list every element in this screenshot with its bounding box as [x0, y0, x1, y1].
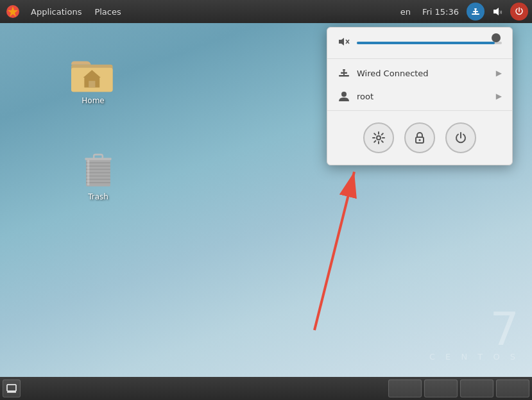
workspace-btn-4[interactable] [496, 379, 529, 397]
svg-rect-11 [89, 81, 95, 87]
svg-rect-13 [86, 162, 110, 163]
user-arrow: ▶ [496, 92, 502, 101]
volume-slider[interactable] [357, 41, 502, 45]
volume-track [357, 42, 502, 44]
volume-fill [357, 42, 495, 44]
svg-text:)): )) [499, 10, 502, 14]
tray-popup: Wired Connected ▶ root ▶ [327, 27, 513, 165]
svg-rect-15 [86, 169, 110, 170]
network-icon-btn[interactable] [467, 3, 485, 21]
network-label: Wired Connected [357, 69, 490, 78]
popup-divider-2 [327, 110, 512, 111]
network-arrow: ▶ [496, 69, 502, 78]
volume-thumb[interactable] [492, 33, 501, 42]
workspace-btn-2[interactable] [424, 379, 458, 397]
svg-rect-22 [87, 160, 89, 185]
svg-point-31 [377, 136, 381, 140]
panel-left: Applications Places [0, 0, 397, 23]
workspace-btn-3[interactable] [460, 379, 493, 397]
places-menu[interactable]: Places [88, 0, 127, 23]
home-icon-label: Home [82, 96, 104, 105]
trash-icon-wrapper[interactable]: Trash [69, 147, 127, 205]
show-desktop-button[interactable] [3, 379, 21, 397]
svg-rect-16 [86, 172, 110, 174]
lock-button[interactable] [404, 122, 435, 153]
settings-button[interactable] [363, 122, 394, 153]
clock[interactable]: Fri 15:36 [418, 0, 463, 23]
volume-row [327, 28, 512, 56]
svg-rect-5 [475, 10, 476, 15]
centos-watermark: 7 C E N T O S [429, 306, 519, 362]
svg-rect-14 [86, 165, 110, 167]
power-button[interactable] [445, 122, 476, 153]
user-row[interactable]: root ▶ [327, 85, 512, 108]
home-folder-icon[interactable]: Home [64, 51, 122, 109]
power-icon-btn[interactable] [510, 3, 528, 21]
user-label: root [357, 92, 490, 101]
svg-rect-37 [7, 385, 16, 391]
svg-rect-26 [339, 75, 349, 77]
popup-divider-1 [327, 58, 512, 59]
user-row-icon [338, 90, 350, 103]
svg-marker-23 [339, 38, 344, 46]
popup-actions [327, 113, 512, 156]
svg-point-30 [341, 92, 347, 97]
centos-version-number: 7 [490, 306, 519, 352]
network-row-icon [338, 67, 350, 79]
trash-icon-label: Trash [88, 192, 108, 201]
top-panel: Applications Places en Fri 15:36 )) [0, 0, 532, 23]
volume-icon-btn[interactable]: )) [488, 3, 506, 21]
svg-rect-21 [94, 154, 103, 159]
svg-rect-17 [86, 176, 110, 177]
svg-rect-38 [7, 392, 16, 393]
panel-right: en Fri 15:36 )) [397, 0, 532, 23]
workspace-buttons [388, 379, 529, 397]
svg-rect-19 [86, 182, 110, 183]
svg-rect-4 [474, 8, 477, 10]
svg-rect-28 [343, 69, 345, 71]
svg-marker-6 [493, 8, 499, 15]
bottom-bar [0, 377, 532, 400]
workspace-btn-1[interactable] [388, 379, 422, 397]
svg-point-33 [419, 139, 421, 141]
network-row[interactable]: Wired Connected ▶ [327, 62, 512, 85]
panel-logo [4, 3, 22, 21]
language-indicator[interactable]: en [397, 0, 415, 23]
centos-text: C E N T O S [429, 352, 519, 362]
applications-menu[interactable]: Applications [24, 0, 88, 23]
volume-mute-icon [338, 37, 350, 49]
svg-rect-18 [86, 179, 110, 180]
